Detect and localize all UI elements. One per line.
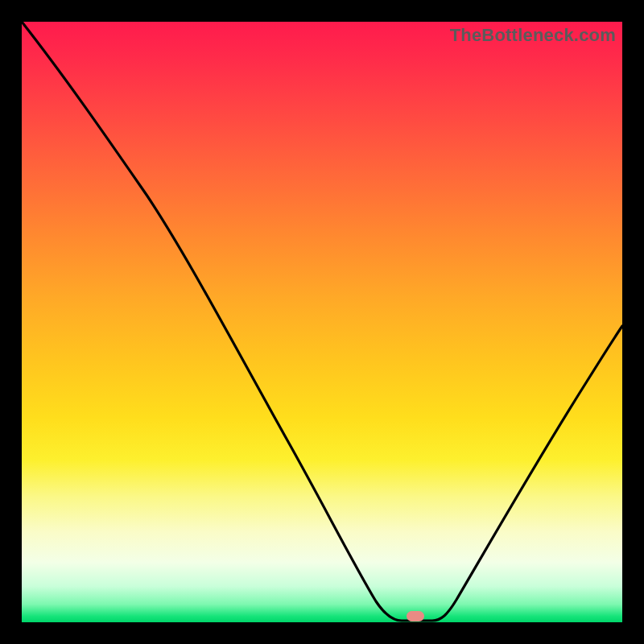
chart-frame: TheBottleneck.com (0, 0, 644, 644)
bottleneck-curve (22, 22, 622, 622)
plot-area: TheBottleneck.com (22, 22, 622, 622)
optimum-marker (407, 611, 424, 621)
